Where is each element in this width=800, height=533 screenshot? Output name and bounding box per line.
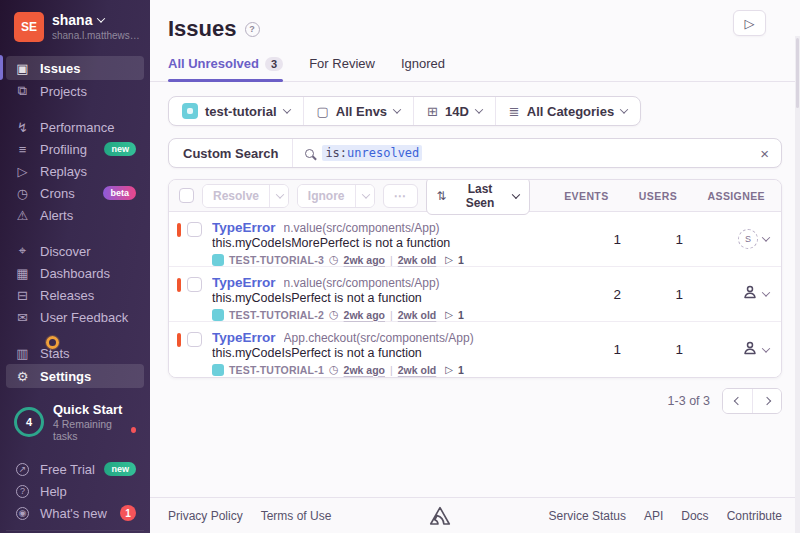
- ignore-dropdown[interactable]: [355, 185, 375, 207]
- sidebar-item-user-feedback[interactable]: ✉User Feedback: [6, 306, 144, 328]
- performance-icon: ↯: [14, 120, 31, 135]
- org-switcher[interactable]: SE shana shana.l.matthews@…: [0, 12, 150, 42]
- filter-all-envs[interactable]: ▢All Envs: [303, 97, 414, 125]
- sidebar-item-projects[interactable]: ⧉Projects: [6, 80, 144, 102]
- issue-checkbox[interactable]: [187, 222, 202, 237]
- issues-icon: ▣: [14, 61, 31, 76]
- assignee-dropdown[interactable]: [683, 284, 771, 304]
- select-all-checkbox[interactable]: [179, 188, 194, 203]
- project-icon: [182, 103, 198, 119]
- sidebar-item-discover[interactable]: ⌖Discover: [6, 240, 144, 262]
- pagination-summary: 1-3 of 3: [668, 394, 710, 408]
- issue-checkbox[interactable]: [187, 332, 202, 347]
- tab-ignored[interactable]: Ignored: [401, 56, 445, 81]
- sidebar-item-replays[interactable]: ▷Replays: [6, 160, 144, 182]
- sidebar-item-label: Dashboards: [40, 266, 110, 281]
- tab-all-unresolved[interactable]: All Unresolved3: [168, 56, 283, 81]
- sidebar-item-dashboards[interactable]: ▦Dashboards: [6, 262, 144, 284]
- replay-tour-button[interactable]: ▷: [733, 10, 766, 36]
- sidebar-bottom-nav: ↗Free Trialnew?Help◉What's new1: [0, 458, 150, 524]
- chevron-down-icon: [276, 190, 284, 198]
- ignore-button[interactable]: Ignore: [298, 185, 355, 207]
- person-icon: [742, 340, 758, 356]
- help-icon[interactable]: ?: [245, 22, 260, 37]
- sidebar-item-label: Discover: [40, 244, 91, 259]
- chevron-down-icon: [282, 105, 290, 113]
- footer-link-api[interactable]: API: [644, 509, 663, 523]
- quick-start[interactable]: 4 Quick Start 4 Remaining tasks: [0, 402, 150, 442]
- footer-link-docs[interactable]: Docs: [681, 509, 708, 523]
- tab-label: All Unresolved: [168, 56, 259, 71]
- issue-age: 2wk ago: [344, 309, 385, 321]
- project-icon: [212, 364, 224, 376]
- sidebar-item-help[interactable]: ?Help: [6, 480, 144, 502]
- sidebar-item-profiling[interactable]: ≡Profilingnew: [6, 138, 144, 160]
- search-token-value: unresolved: [347, 146, 419, 160]
- sidebar-item-releases[interactable]: ⊟Releases: [6, 284, 144, 306]
- scrollbar-thumb[interactable]: [796, 38, 799, 108]
- assignee-dropdown[interactable]: [683, 340, 771, 360]
- issue-title-link[interactable]: TypeError: [212, 220, 276, 235]
- issue-duration: 2wk old: [398, 309, 437, 321]
- issue-title-link[interactable]: TypeError: [212, 275, 276, 290]
- sidebar-item-free-trial[interactable]: ↗Free Trialnew: [6, 458, 144, 480]
- filter-label: All Envs: [336, 104, 387, 119]
- suggested-assignee-avatar: S: [738, 229, 758, 249]
- issues-tabs: All Unresolved3For ReviewIgnored: [150, 42, 800, 82]
- sidebar-item-alerts[interactable]: ⚠Alerts: [6, 204, 144, 226]
- footer-link-privacy-policy[interactable]: Privacy Policy: [168, 509, 243, 523]
- feedback-icon: ✉: [14, 310, 31, 325]
- sidebar-item-performance[interactable]: ↯Performance: [6, 116, 144, 138]
- active-nav-indicator: [0, 55, 3, 80]
- issue-duration: 2wk old: [398, 254, 437, 266]
- footer-link-contribute[interactable]: Contribute: [727, 509, 782, 523]
- tab-for-review[interactable]: For Review: [309, 56, 375, 81]
- sort-button[interactable]: ⇅ Last Seen: [426, 179, 531, 215]
- sidebar-item-settings[interactable]: ⚙Settings: [6, 364, 144, 388]
- prev-page-button[interactable]: [723, 389, 752, 413]
- sidebar-item-label: Alerts: [40, 208, 73, 223]
- tab-label: For Review: [309, 56, 375, 71]
- issue-checkbox[interactable]: [187, 277, 202, 292]
- footer-link-terms-of-use[interactable]: Terms of Use: [261, 509, 332, 523]
- footer-links-right: Service StatusAPIDocsContribute: [549, 509, 782, 523]
- footer-link-service-status[interactable]: Service Status: [549, 509, 626, 523]
- sidebar-item-what-s-new[interactable]: ◉What's new1: [6, 502, 144, 524]
- resolve-dropdown[interactable]: [269, 185, 289, 207]
- layers-icon: ≣: [509, 104, 520, 119]
- scrollbar[interactable]: [795, 36, 800, 533]
- filter-label: 14D: [445, 104, 469, 119]
- custom-search-button[interactable]: Custom Search: [169, 139, 293, 167]
- search-bar: Custom Search is:unresolved ×: [168, 138, 782, 168]
- chevron-left-icon: [733, 397, 741, 405]
- chevron-down-icon: [762, 233, 770, 241]
- sidebar-item-label: Settings: [40, 369, 91, 384]
- resolve-button[interactable]: Resolve: [203, 185, 269, 207]
- person-icon: [742, 284, 758, 300]
- issue-title-link[interactable]: TypeError: [212, 330, 276, 345]
- filter-14d[interactable]: ⊞14D: [413, 97, 495, 125]
- sentry-app: SE shana shana.l.matthews@… ▣Issues⧉Proj…: [0, 0, 800, 533]
- main-content: Issues ? ▷ All Unresolved3For ReviewIgno…: [150, 0, 800, 533]
- calendar-icon: ⊞: [427, 104, 438, 119]
- more-actions-button[interactable]: ⋯: [383, 184, 418, 208]
- filter-test-tutorial[interactable]: test-tutorial: [169, 97, 303, 125]
- org-avatar: SE: [14, 12, 44, 42]
- next-page-button[interactable]: [752, 389, 781, 413]
- filter-label: All Categories: [527, 104, 614, 119]
- quick-start-count: 4: [26, 416, 32, 428]
- filter-all-categories[interactable]: ≣All Categories: [495, 97, 640, 125]
- clear-search-icon[interactable]: ×: [748, 145, 781, 162]
- replay-count: 1: [458, 254, 464, 266]
- crons-icon: ◷: [14, 186, 31, 201]
- org-name: shana: [52, 12, 92, 28]
- assignee-dropdown[interactable]: S: [683, 229, 771, 249]
- search-token-key: is:: [325, 146, 347, 160]
- sidebar-item-label: Profiling: [40, 142, 87, 157]
- clock-icon: ◷: [329, 363, 339, 376]
- sidebar-item-stats[interactable]: ▥Stats: [6, 342, 144, 364]
- sidebar-item-crons[interactable]: ◷Cronsbeta: [6, 182, 144, 204]
- replay-icon: ▷: [445, 364, 453, 375]
- sidebar-item-issues[interactable]: ▣Issues: [6, 56, 144, 80]
- search-input[interactable]: is:unresolved: [322, 145, 422, 161]
